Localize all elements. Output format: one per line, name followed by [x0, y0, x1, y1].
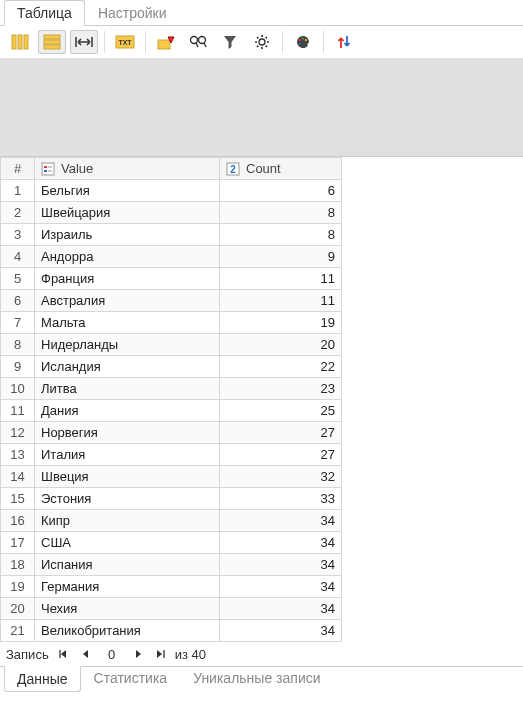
pager-prev-icon[interactable] [77, 646, 93, 662]
bottom-tab-data[interactable]: Данные [4, 666, 81, 692]
cell-count: 11 [220, 268, 342, 290]
table-row[interactable]: 1Бельгия6 [1, 180, 342, 202]
svg-rect-2 [24, 35, 28, 49]
cell-value: Израиль [35, 224, 220, 246]
table-row[interactable]: 10Литва23 [1, 378, 342, 400]
svg-rect-18 [44, 170, 47, 172]
svg-rect-5 [44, 45, 60, 49]
tab-table[interactable]: Таблица [4, 0, 85, 26]
svg-text:2: 2 [230, 164, 236, 175]
table-row[interactable]: 4Андорра9 [1, 246, 342, 268]
cell-index: 19 [1, 576, 35, 598]
pager-last-icon[interactable] [153, 646, 169, 662]
cell-count: 27 [220, 444, 342, 466]
pager-current[interactable]: 0 [99, 647, 125, 662]
cell-index: 18 [1, 554, 35, 576]
cell-value: США [35, 532, 220, 554]
pager-label: Запись [6, 647, 49, 662]
table-row[interactable]: 2Швейцария8 [1, 202, 342, 224]
table-row[interactable]: 17США34 [1, 532, 342, 554]
table-row[interactable]: 18Испания34 [1, 554, 342, 576]
cell-index: 4 [1, 246, 35, 268]
cell-count: 34 [220, 620, 342, 642]
header-row: # Value 2 Count [1, 158, 342, 180]
change-type-icon[interactable] [152, 30, 180, 54]
table-row[interactable]: 21Великобритания34 [1, 620, 342, 642]
tab-settings[interactable]: Настройки [85, 0, 180, 26]
pager-first-icon[interactable] [55, 646, 71, 662]
table-row[interactable]: 13Италия27 [1, 444, 342, 466]
table-row[interactable]: 5Франция11 [1, 268, 342, 290]
table-row[interactable]: 7Мальта19 [1, 312, 342, 334]
cell-value: Литва [35, 378, 220, 400]
svg-point-9 [191, 37, 198, 44]
settings-gear-icon[interactable] [248, 30, 276, 54]
table-row[interactable]: 19Германия34 [1, 576, 342, 598]
table-row[interactable]: 16Кипр34 [1, 510, 342, 532]
cell-value: Франция [35, 268, 220, 290]
pager-next-icon[interactable] [131, 646, 147, 662]
table-row[interactable]: 11Дания25 [1, 400, 342, 422]
table-row[interactable]: 14Швеция32 [1, 466, 342, 488]
cell-index: 16 [1, 510, 35, 532]
cell-index: 14 [1, 466, 35, 488]
header-count-label: Count [246, 161, 281, 176]
cell-value: Нидерланды [35, 334, 220, 356]
svg-rect-20 [48, 170, 52, 172]
find-icon[interactable] [184, 30, 212, 54]
cell-index: 12 [1, 422, 35, 444]
header-index[interactable]: # [1, 158, 35, 180]
table-row[interactable]: 20Чехия34 [1, 598, 342, 620]
cell-value: Чехия [35, 598, 220, 620]
cell-count: 33 [220, 488, 342, 510]
cell-count: 34 [220, 598, 342, 620]
cell-value: Австралия [35, 290, 220, 312]
cell-index: 1 [1, 180, 35, 202]
filter-icon[interactable] [216, 30, 244, 54]
cell-count: 11 [220, 290, 342, 312]
bottom-tab-stats[interactable]: Статистика [81, 666, 181, 692]
svg-rect-0 [12, 35, 16, 49]
toolbar-separator [104, 31, 105, 53]
table-row[interactable]: 9Исландия22 [1, 356, 342, 378]
top-tabs: Таблица Настройки [0, 0, 523, 26]
header-count[interactable]: 2 Count [220, 158, 342, 180]
cell-count: 8 [220, 224, 342, 246]
header-value-label: Value [61, 161, 93, 176]
table-row[interactable]: 15Эстония33 [1, 488, 342, 510]
table-row[interactable]: 12Норвегия27 [1, 422, 342, 444]
svg-text:TXT: TXT [118, 39, 132, 46]
table-row[interactable]: 8Нидерланды20 [1, 334, 342, 356]
cell-value: Андорра [35, 246, 220, 268]
cell-value: Исландия [35, 356, 220, 378]
bottom-tab-unique[interactable]: Уникальные записи [180, 666, 333, 692]
cell-value: Мальта [35, 312, 220, 334]
cell-count: 32 [220, 466, 342, 488]
table-row[interactable]: 3Израиль8 [1, 224, 342, 246]
cell-value: Бельгия [35, 180, 220, 202]
drop-panel [0, 59, 523, 157]
text-mode-icon[interactable]: TXT [111, 30, 139, 54]
cell-count: 8 [220, 202, 342, 224]
select-rows-icon[interactable] [38, 30, 66, 54]
svg-point-11 [259, 39, 265, 45]
header-value[interactable]: Value [35, 158, 220, 180]
cell-count: 19 [220, 312, 342, 334]
cell-value: Италия [35, 444, 220, 466]
cell-index: 5 [1, 268, 35, 290]
cell-value: Норвегия [35, 422, 220, 444]
cell-count: 20 [220, 334, 342, 356]
color-palette-icon[interactable] [289, 30, 317, 54]
svg-rect-4 [44, 40, 60, 44]
cell-value: Дания [35, 400, 220, 422]
bottom-tabs: Данные Статистика Уникальные записи [0, 666, 523, 692]
cell-count: 22 [220, 356, 342, 378]
cell-index: 3 [1, 224, 35, 246]
cell-value: Эстония [35, 488, 220, 510]
table-row[interactable]: 6Австралия11 [1, 290, 342, 312]
auto-resize-icon[interactable] [70, 30, 98, 54]
cell-index: 15 [1, 488, 35, 510]
sort-icon[interactable] [330, 30, 358, 54]
cell-count: 34 [220, 576, 342, 598]
select-columns-icon[interactable] [6, 30, 34, 54]
